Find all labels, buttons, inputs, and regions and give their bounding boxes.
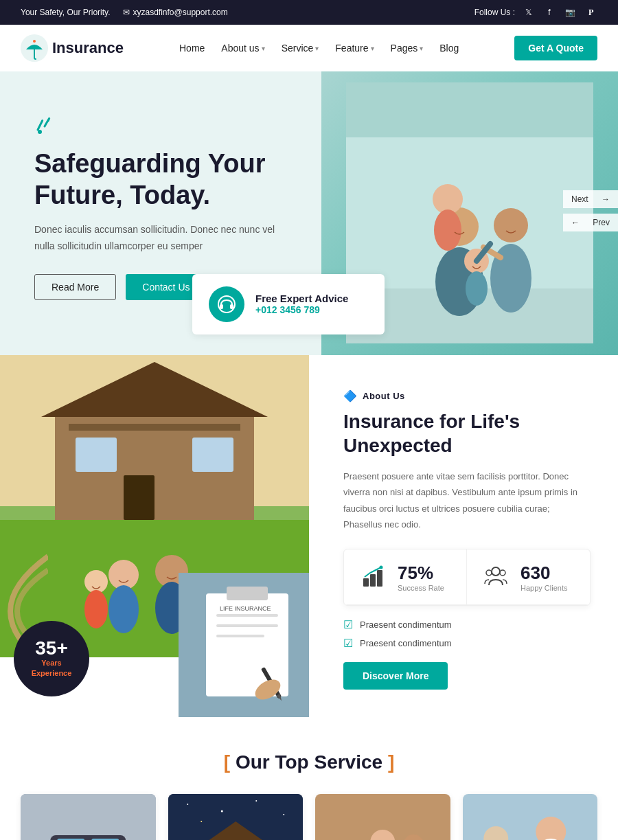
prev-label: Prev	[593, 218, 610, 227]
top-bar-right: Follow Us : 𝕏 f 📷 𝐏	[474, 5, 597, 19]
nav-about[interactable]: About us ▾	[221, 43, 264, 54]
stat-success-rate: 75% Success Rate	[344, 549, 467, 605]
title-bracket-open: [	[224, 751, 230, 773]
instagram-icon[interactable]: 📷	[563, 5, 577, 19]
svg-point-49	[380, 566, 383, 569]
about-section: 35+ YearsExperience LIFE INSURANCE	[0, 355, 618, 718]
service-card-health: Health Insurance Read More →	[463, 794, 598, 840]
services-grid: Car Insurance Read More →	[21, 794, 597, 840]
service-card-home: Home Insurance Read More →	[168, 794, 304, 840]
read-more-button[interactable]: Read More	[34, 274, 116, 300]
next-label: Next	[571, 194, 588, 204]
headphone-icon	[217, 295, 236, 314]
svg-rect-5	[230, 304, 233, 309]
stat-happy-clients: 630 Happy Clients	[467, 549, 590, 605]
discover-more-button[interactable]: Discover More	[343, 662, 448, 690]
facebook-icon[interactable]: f	[542, 5, 556, 19]
prev-button[interactable]: ← Prev	[563, 214, 618, 231]
services-title: [ Our Top Service ]	[21, 751, 597, 773]
checklist: ☑ Praesent condimentum ☑ Praesent condim…	[343, 618, 591, 650]
checklist-item-2: ☑ Praesent condimentum	[343, 637, 591, 650]
hero-title: Safeguarding Your Future, Today.	[34, 148, 294, 211]
tag-icon: 🔷	[343, 389, 357, 402]
logo-text: Insurance	[52, 39, 124, 57]
health-insurance-image	[463, 794, 598, 840]
years-experience-badge: 35+ YearsExperience	[14, 621, 89, 696]
svg-point-1	[33, 40, 36, 43]
stat-clients-info: 630 Happy Clients	[520, 563, 567, 592]
nav-feature[interactable]: Feature ▾	[335, 43, 374, 54]
svg-rect-26	[124, 475, 154, 520]
logo[interactable]: Insurance	[21, 34, 124, 62]
success-rate-label: Success Rate	[398, 584, 444, 592]
services-title-text: Our Top Service	[236, 751, 382, 773]
svg-point-14	[434, 209, 461, 251]
about-content: 🔷 About Us Insurance for Life's Unexpect…	[309, 355, 618, 718]
hero-nav-arrows: Next → ← Prev	[563, 190, 618, 231]
top-bar-left: Your Safety, Our Priority. ✉ xyzasdfinfo…	[21, 8, 228, 17]
svg-point-29	[108, 585, 139, 633]
navbar: Insurance Home About us ▾ Service ▾ Feat…	[0, 25, 618, 71]
nav-blog[interactable]: Blog	[439, 43, 459, 54]
email-wrap: ✉ xyzasdfinfo@support.com	[123, 8, 228, 17]
nav-links: Home About us ▾ Service ▾ Feature ▾ Page…	[179, 43, 459, 54]
top-bar: Your Safety, Our Priority. ✉ xyzasdfinfo…	[0, 0, 618, 25]
happy-clients-icon	[481, 562, 511, 592]
svg-rect-54	[21, 794, 156, 840]
checklist-text-1: Praesent condimentum	[360, 620, 452, 630]
svg-point-33	[84, 590, 108, 628]
svg-rect-41	[216, 635, 264, 637]
email-icon: ✉	[123, 8, 130, 17]
success-rate-icon	[358, 562, 388, 592]
years-number: 35+	[35, 639, 68, 658]
prev-arrow-icon: ←	[571, 218, 580, 227]
svg-rect-39	[216, 614, 278, 617]
expert-text: Free Expert Advice +012 3456 789	[255, 293, 348, 315]
services-title-wrap: [ Our Top Service ]	[21, 751, 597, 773]
checklist-text-2: Praesent condimentum	[360, 638, 452, 648]
home-insurance-image	[168, 794, 304, 840]
check-icon-2: ☑	[343, 637, 353, 650]
success-rate-num: 75%	[398, 563, 444, 584]
get-quote-button[interactable]: Get A Quote	[514, 36, 597, 60]
logo-icon	[21, 34, 48, 62]
next-arrow-icon: →	[602, 194, 610, 204]
about-description: Praesent posuere ante vitae sem facilisi…	[343, 468, 591, 533]
services-section: [ Our Top Service ]	[0, 717, 618, 840]
service-card-car: Car Insurance Read More →	[21, 794, 156, 840]
nav-pages[interactable]: Pages ▾	[391, 43, 424, 54]
about-tag: 🔷 About Us	[343, 389, 591, 402]
svg-point-76	[201, 821, 202, 822]
svg-point-12	[494, 208, 528, 242]
next-button[interactable]: Next →	[563, 190, 618, 208]
about-tag-text: About Us	[363, 391, 405, 401]
about-images: 35+ YearsExperience LIFE INSURANCE	[0, 355, 309, 718]
expert-advice-card: Free Expert Advice +012 3456 789	[192, 274, 385, 334]
svg-rect-95	[463, 794, 598, 840]
life-insurance-image	[315, 794, 450, 840]
svg-point-72	[187, 804, 188, 805]
svg-rect-46	[363, 578, 369, 587]
twitter-icon[interactable]: 𝕏	[522, 5, 536, 19]
pinterest-icon[interactable]: 𝐏	[584, 5, 597, 19]
svg-point-51	[486, 570, 492, 576]
svg-rect-24	[76, 438, 117, 472]
svg-text:LIFE INSURANCE: LIFE INSURANCE	[220, 605, 271, 612]
svg-rect-23	[69, 424, 240, 431]
svg-rect-47	[370, 574, 376, 587]
svg-point-32	[84, 570, 108, 593]
hero-section: Safeguarding Your Future, Today. Donec i…	[0, 71, 618, 355]
stat-success-info: 75% Success Rate	[398, 563, 444, 592]
nav-service[interactable]: Service ▾	[282, 43, 319, 54]
nav-home[interactable]: Home	[179, 43, 205, 54]
checklist-item-1: ☑ Praesent condimentum	[343, 618, 591, 631]
svg-point-73	[220, 810, 222, 813]
svg-rect-48	[377, 570, 382, 587]
clients-num: 630	[520, 563, 567, 584]
hero-description: Donec iaculis accumsan sollicitudin. Don…	[34, 222, 294, 255]
stats-area: 75% Success Rate 630	[343, 549, 591, 606]
svg-point-75	[283, 814, 284, 815]
about-title: Insurance for Life's Unexpected	[343, 409, 591, 457]
svg-point-52	[500, 570, 505, 576]
svg-rect-4	[220, 304, 223, 309]
